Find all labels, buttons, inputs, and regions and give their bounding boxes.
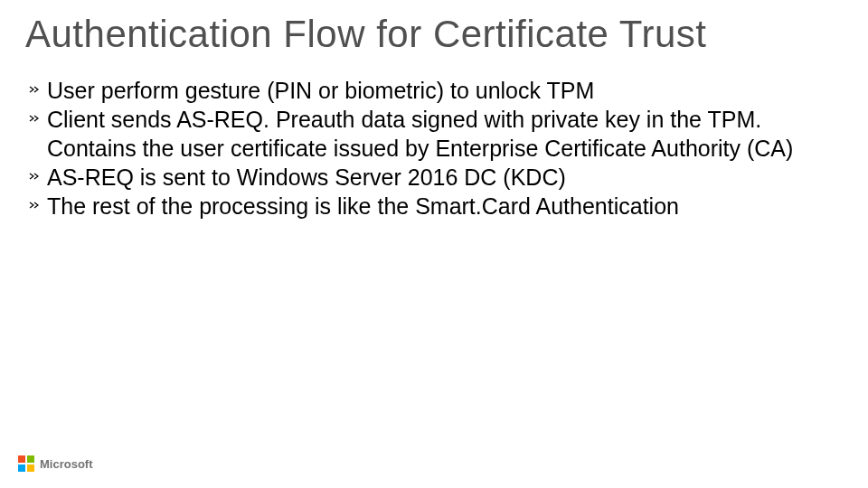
- list-item: AS-REQ is sent to Windows Server 2016 DC…: [29, 163, 843, 192]
- bullet-list: User perform gesture (PIN or biometric) …: [25, 76, 843, 221]
- slide: Authentication Flow for Certificate Trus…: [0, 0, 868, 488]
- logo-square-blue: [18, 465, 25, 472]
- list-item: User perform gesture (PIN or biometric) …: [29, 76, 843, 105]
- logo-square-yellow: [27, 465, 34, 472]
- bullet-icon: [29, 84, 40, 95]
- bullet-icon: [29, 171, 40, 182]
- footer: Microsoft: [18, 455, 93, 472]
- logo-square-red: [18, 455, 25, 463]
- logo-square-green: [27, 455, 34, 463]
- bullet-icon: [29, 113, 40, 124]
- list-item: The rest of the processing is like the S…: [29, 192, 843, 221]
- footer-brand: Microsoft: [40, 457, 93, 471]
- list-item-text: User perform gesture (PIN or biometric) …: [47, 78, 594, 103]
- list-item: Client sends AS-REQ. Preauth data signed…: [29, 105, 843, 163]
- list-item-text: AS-REQ is sent to Windows Server 2016 DC…: [47, 164, 566, 190]
- list-item-text: The rest of the processing is like the S…: [47, 193, 679, 219]
- bullet-icon: [29, 200, 40, 211]
- slide-title: Authentication Flow for Certificate Trus…: [25, 13, 843, 56]
- microsoft-logo-icon: [18, 455, 34, 472]
- list-item-text: Client sends AS-REQ. Preauth data signed…: [47, 107, 793, 161]
